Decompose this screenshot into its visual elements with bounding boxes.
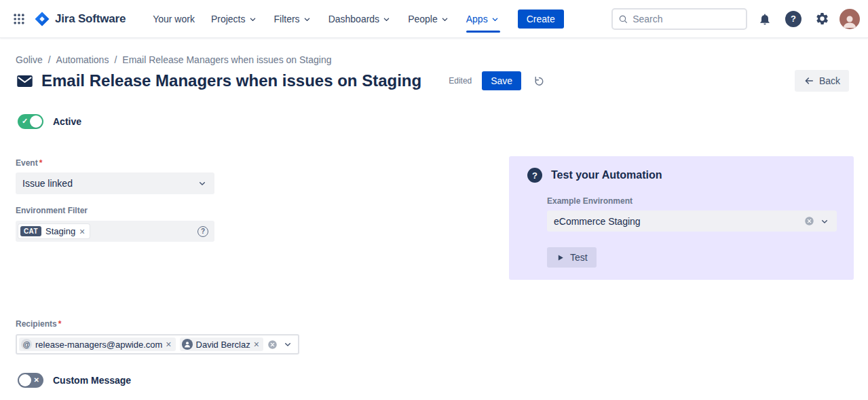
active-toggle[interactable]: ✓ — [18, 114, 43, 129]
search-icon — [618, 14, 628, 24]
check-icon: ✓ — [22, 117, 28, 126]
nav-label: People — [408, 14, 438, 24]
active-toggle-row: ✓ Active — [18, 114, 81, 129]
example-environment-label-text: Example Environment — [547, 196, 633, 206]
notifications-button[interactable] — [754, 8, 776, 30]
environment-chip-label: Staging — [45, 226, 75, 236]
question-glyph: ? — [532, 170, 537, 181]
nav-filters[interactable]: Filters — [266, 0, 320, 38]
recipients-label: Recipients * — [16, 319, 299, 329]
settings-button[interactable] — [811, 8, 833, 30]
undo-button[interactable] — [529, 71, 548, 90]
required-marker: * — [39, 158, 43, 168]
chevron-down-icon — [197, 178, 208, 189]
bell-icon — [758, 12, 772, 26]
event-field-group: Event * Issue linked — [16, 158, 214, 194]
clear-selection-icon[interactable] — [804, 216, 814, 226]
test-button-label: Test — [570, 252, 588, 263]
user-avatar[interactable] — [839, 9, 860, 29]
nav-label: Projects — [211, 14, 246, 24]
jira-logo[interactable]: Jira Software — [34, 11, 126, 27]
primary-nav: Your work Projects Filters Dashboards Pe… — [145, 0, 508, 38]
jira-logo-icon — [34, 11, 50, 27]
breadcrumb-item-golive[interactable]: Golive — [16, 54, 43, 65]
chevron-down-icon — [440, 14, 450, 24]
chevron-down-icon — [381, 14, 392, 24]
environment-filter-label: Environment Filter — [16, 206, 214, 215]
edited-status: Edited — [449, 76, 472, 86]
test-button[interactable]: Test — [547, 247, 597, 268]
active-toggle-label: Active — [53, 116, 81, 127]
event-select[interactable]: Issue linked — [16, 172, 214, 194]
chevron-down-icon — [248, 14, 258, 24]
event-label-text: Event — [16, 158, 38, 168]
breadcrumb-item-current: Email Release Managers when issues on St… — [122, 54, 331, 65]
breadcrumb: Golive / Automations / Email Release Man… — [16, 54, 331, 65]
test-automation-panel: ? Test your Automation Example Environme… — [509, 156, 854, 280]
toggle-knob — [19, 374, 31, 386]
example-environment-select[interactable]: eCommerce Staging — [547, 211, 837, 232]
clear-all-icon[interactable] — [267, 340, 278, 350]
nav-dashboards[interactable]: Dashboards — [320, 0, 400, 38]
nav-people[interactable]: People — [400, 0, 458, 38]
back-button-label: Back — [819, 75, 840, 86]
breadcrumb-item-automations[interactable]: Automations — [56, 54, 109, 65]
nav-label: Your work — [153, 14, 195, 24]
save-button[interactable]: Save — [482, 71, 521, 90]
back-arrow-icon — [804, 75, 814, 86]
app-name: Jira Software — [55, 12, 126, 26]
test-panel-body: Example Environment eCommerce Staging — [547, 196, 837, 268]
breadcrumb-separator: / — [114, 54, 117, 65]
recipients-field[interactable]: @ release-managers@apwide.com × David Be… — [16, 334, 299, 354]
search-input[interactable] — [633, 14, 740, 24]
chevron-down-icon — [490, 14, 500, 24]
recipient-chip-user: David Berclaz × — [180, 338, 263, 351]
nav-label: Dashboards — [328, 14, 380, 24]
create-button[interactable]: Create — [518, 10, 564, 29]
environment-filter-label-text: Environment Filter — [16, 206, 88, 215]
recipients-group: Recipients * @ release-managers@apwide.c… — [16, 319, 299, 354]
chevron-down-icon — [282, 339, 293, 350]
topbar-right: ? — [611, 8, 860, 30]
remove-recipient-icon[interactable]: × — [166, 340, 171, 348]
help-glyph: ? — [791, 14, 796, 24]
help-button[interactable]: ? — [782, 8, 804, 30]
test-panel-title: Test your Automation — [551, 169, 662, 181]
custom-message-row: ✕ Custom Message — [18, 373, 131, 388]
breadcrumb-separator: / — [48, 54, 51, 65]
custom-message-label: Custom Message — [53, 375, 131, 386]
nav-label: Filters — [274, 14, 300, 24]
field-help-icon[interactable]: ? — [197, 226, 208, 237]
category-badge: CAT — [20, 226, 41, 236]
user-icon — [182, 339, 193, 350]
test-panel-header: ? Test your Automation — [527, 168, 837, 183]
page-title: Email Release Managers when issues on St… — [41, 69, 421, 92]
back-button[interactable]: Back — [795, 70, 849, 92]
event-label: Event * — [16, 158, 214, 168]
recipients-label-text: Recipients — [16, 319, 57, 329]
page: Jira Software Your work Projects Filters… — [0, 0, 868, 400]
required-marker: * — [58, 319, 62, 329]
help-icon: ? — [785, 11, 801, 27]
environment-filter-group: Environment Filter CAT Staging × ? — [16, 206, 214, 242]
help-glyph: ? — [201, 228, 205, 235]
undo-icon — [533, 75, 545, 87]
nav-projects[interactable]: Projects — [203, 0, 266, 38]
recipient-chip-email: @ release-managers@apwide.com × — [19, 338, 176, 351]
toggle-knob — [30, 115, 42, 128]
person-icon — [842, 13, 858, 29]
custom-message-toggle[interactable]: ✕ — [18, 373, 43, 388]
app-switcher-button[interactable] — [8, 8, 30, 30]
chevron-down-icon — [819, 216, 830, 227]
remove-recipient-icon[interactable]: × — [254, 340, 259, 348]
recipient-chip-label: release-managers@apwide.com — [35, 340, 162, 350]
gear-icon — [815, 12, 829, 26]
question-icon: ? — [527, 168, 542, 183]
email-at-icon: @ — [21, 339, 32, 350]
nav-your-work[interactable]: Your work — [145, 0, 203, 38]
remove-chip-icon[interactable]: × — [79, 228, 85, 236]
top-navigation-bar: Jira Software Your work Projects Filters… — [0, 0, 868, 38]
recipient-chip-label: David Berclaz — [196, 340, 250, 350]
environment-filter-field[interactable]: CAT Staging × ? — [16, 221, 214, 242]
nav-apps[interactable]: Apps — [458, 0, 508, 38]
